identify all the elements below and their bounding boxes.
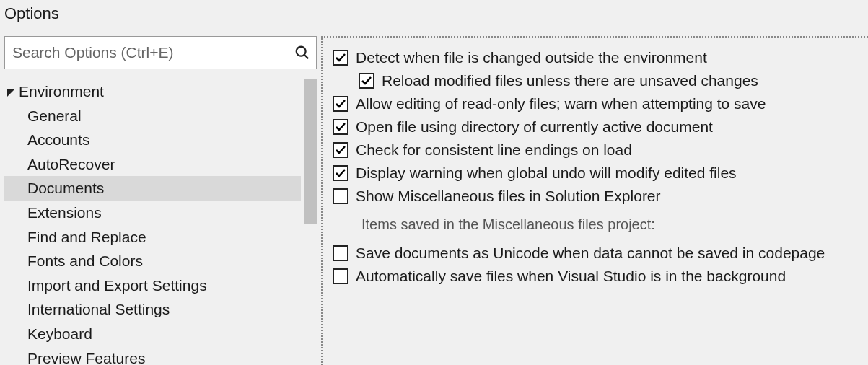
- option-global-undo-warn[interactable]: Display warning when global undo will mo…: [333, 162, 861, 185]
- tree-item-label: Accounts: [26, 128, 89, 152]
- tree-item-international-settings[interactable]: International Settings: [4, 297, 301, 322]
- tree-item-documents[interactable]: Documents: [4, 176, 301, 201]
- checkbox-show-misc[interactable]: [333, 188, 348, 204]
- tree-item-label: Import and Export Settings: [26, 273, 207, 298]
- search-container[interactable]: [4, 36, 317, 69]
- collapse-arrow-icon[interactable]: [7, 79, 17, 104]
- tree-item-label: International Settings: [26, 297, 170, 322]
- checkbox-save-unicode[interactable]: [333, 245, 348, 261]
- tree-category-environment[interactable]: Environment: [4, 79, 301, 104]
- tree-item-label: Keyboard: [26, 322, 92, 346]
- tree-container: Environment GeneralAccountsAutoRecoverDo…: [4, 79, 317, 365]
- tree-category-label: Environment: [17, 79, 104, 104]
- option-label: Check for consistent line endings on loa…: [356, 141, 632, 159]
- tree-item-label: Preview Features: [26, 346, 145, 365]
- checkbox-autosave-bg[interactable]: [333, 268, 348, 284]
- checkbox-global-undo-warn[interactable]: [333, 165, 348, 181]
- tree-item-extensions[interactable]: Extensions: [4, 201, 301, 225]
- tree-item-general[interactable]: General: [4, 104, 301, 128]
- tree-item-label: General: [26, 104, 82, 128]
- checkbox-check-line-endings[interactable]: [333, 142, 348, 158]
- checkbox-allow-readonly[interactable]: [333, 96, 348, 112]
- scrollbar-thumb[interactable]: [304, 79, 317, 224]
- tree-item-label: Find and Replace: [26, 225, 146, 250]
- option-label: Automatically save files when Visual Stu…: [356, 268, 786, 285]
- option-label: Detect when file is changed outside the …: [356, 49, 707, 66]
- option-detect-change[interactable]: Detect when file is changed outside the …: [333, 46, 861, 69]
- option-label: Open file using directory of currently a…: [356, 118, 713, 136]
- option-save-unicode[interactable]: Save documents as Unicode when data cann…: [333, 242, 861, 265]
- tree-item-accounts[interactable]: Accounts: [4, 128, 301, 152]
- tree-item-find-and-replace[interactable]: Find and Replace: [4, 225, 301, 250]
- tree-item-autorecover[interactable]: AutoRecover: [4, 152, 301, 177]
- option-show-misc[interactable]: Show Miscellaneous files in Solution Exp…: [333, 185, 861, 208]
- option-label: Reload modified files unless there are u…: [382, 72, 758, 89]
- checkbox-reload-modified[interactable]: [359, 73, 374, 89]
- tree-scrollbar[interactable]: [301, 79, 317, 365]
- tree-item-label: AutoRecover: [26, 152, 115, 177]
- option-open-using-dir[interactable]: Open file using directory of currently a…: [333, 115, 861, 138]
- tree-item-label: Documents: [26, 176, 104, 201]
- tree-item-keyboard[interactable]: Keyboard: [4, 322, 301, 346]
- tree-item-label: Fonts and Colors: [26, 249, 143, 273]
- options-dialog: Options Environment: [0, 0, 868, 365]
- option-label: Save documents as Unicode when data cann…: [356, 245, 825, 262]
- search-icon[interactable]: [294, 45, 310, 61]
- option-label: Show Miscellaneous files in Solution Exp…: [356, 188, 661, 205]
- tree-item-import-and-export-settings[interactable]: Import and Export Settings: [4, 273, 301, 298]
- svg-marker-2: [7, 89, 14, 97]
- svg-point-0: [297, 47, 306, 56]
- svg-line-1: [304, 55, 309, 59]
- options-panel: Detect when file is changed outside the …: [321, 36, 868, 365]
- tree-item-label: Extensions: [26, 201, 102, 225]
- option-label: Allow editing of read-only files; warn w…: [356, 95, 766, 113]
- option-label: Display warning when global undo will mo…: [356, 164, 737, 182]
- dialog-title: Options: [0, 0, 868, 36]
- option-allow-readonly[interactable]: Allow editing of read-only files; warn w…: [333, 92, 861, 115]
- tree-item-fonts-and-colors[interactable]: Fonts and Colors: [4, 249, 301, 273]
- checkbox-open-using-dir[interactable]: [333, 119, 348, 135]
- dialog-body: Environment GeneralAccountsAutoRecoverDo…: [0, 36, 868, 365]
- option-reload-modified[interactable]: Reload modified files unless there are u…: [333, 69, 861, 92]
- misc-items-sublabel: Items saved in the Miscellaneous files p…: [333, 208, 861, 242]
- left-pane: Environment GeneralAccountsAutoRecoverDo…: [0, 36, 321, 365]
- option-autosave-bg[interactable]: Automatically save files when Visual Stu…: [333, 265, 861, 288]
- option-check-line-endings[interactable]: Check for consistent line endings on loa…: [333, 138, 861, 162]
- nav-tree[interactable]: Environment GeneralAccountsAutoRecoverDo…: [4, 79, 301, 365]
- checkbox-detect-change[interactable]: [333, 50, 348, 66]
- search-input[interactable]: [11, 43, 294, 62]
- tree-item-preview-features[interactable]: Preview Features: [4, 346, 301, 365]
